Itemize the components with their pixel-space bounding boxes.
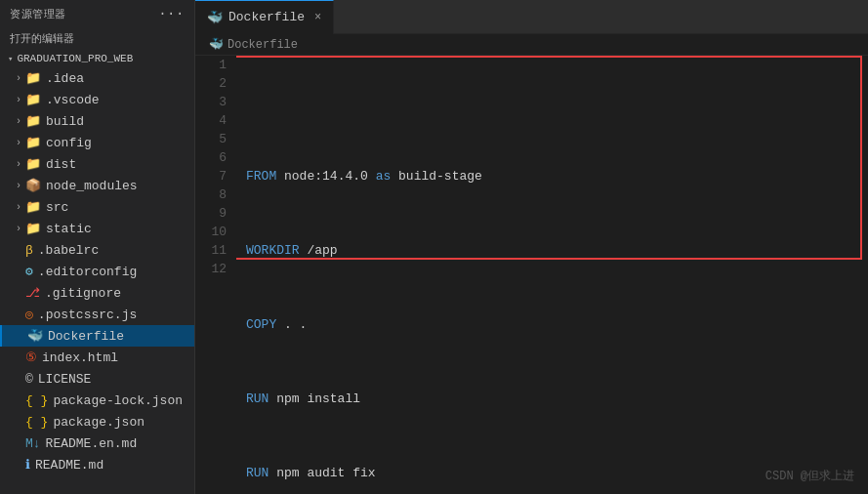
folder-icon: 📁 bbox=[25, 92, 41, 107]
expand-arrow: › bbox=[12, 138, 25, 148]
license-icon: © bbox=[25, 372, 33, 387]
code-content[interactable]: FROM node:14.4.0 as build-stage WORKDIR … bbox=[236, 56, 868, 494]
line-num-6: 6 bbox=[195, 148, 227, 167]
sidebar-item-dockerfile[interactable]: 🐳 Dockerfile bbox=[0, 325, 194, 347]
sidebar-item-readme[interactable]: ℹ README.md bbox=[0, 454, 194, 475]
selection-box bbox=[236, 56, 862, 260]
line-num-2: 2 bbox=[195, 74, 227, 93]
code-text: build-stage bbox=[391, 167, 482, 185]
item-label-dockerfile: Dockerfile bbox=[48, 329, 124, 344]
folder-icon: 📦 bbox=[25, 178, 41, 193]
code-text: node:14.4.0 bbox=[276, 167, 375, 185]
expand-arrow: › bbox=[12, 116, 25, 127]
item-label-build: build bbox=[46, 114, 84, 129]
sidebar-item-src[interactable]: › 📁 src bbox=[0, 196, 194, 218]
item-label-vscode: .vscode bbox=[46, 93, 100, 107]
watermark: CSDN @但求上进 bbox=[765, 468, 854, 486]
root-folder-name: GRADUATION_PRO_WEB bbox=[17, 53, 133, 64]
sidebar-item-indexhtml[interactable]: ⑤ index.html bbox=[0, 347, 194, 368]
main-editor: 🐳 Dockerfile × 🐳 Dockerfile 1 2 3 4 5 6 … bbox=[195, 0, 868, 494]
item-label-dist: dist bbox=[46, 157, 76, 172]
expand-arrow: › bbox=[12, 202, 25, 213]
line-num-12: 12 bbox=[195, 260, 227, 278]
line-num-4: 4 bbox=[195, 111, 227, 130]
code-text: npm install bbox=[269, 390, 360, 408]
sidebar-item-dist[interactable]: › 📁 dist bbox=[0, 153, 194, 175]
sidebar-item-idea[interactable]: › 📁 .idea bbox=[0, 67, 194, 89]
line-num-7: 7 bbox=[195, 167, 227, 185]
item-label-config: config bbox=[46, 136, 92, 150]
root-folder-label[interactable]: ▾ GRADUATION_PRO_WEB bbox=[0, 50, 194, 67]
folder-icon: 📁 bbox=[25, 156, 41, 172]
code-line-1: FROM node:14.4.0 as build-stage bbox=[246, 167, 868, 185]
json-icon: { } bbox=[25, 393, 48, 408]
open-editors-label[interactable]: 打开的编辑器 bbox=[0, 27, 194, 50]
line-num-11: 11 bbox=[195, 241, 227, 260]
sidebar-header-label: 资源管理器 bbox=[10, 7, 66, 21]
code-text: . . bbox=[276, 315, 307, 334]
sidebar-item-packagelock[interactable]: { } package-lock.json bbox=[0, 390, 194, 411]
item-label-static: static bbox=[46, 222, 92, 236]
sidebar-item-license[interactable]: © LICENSE bbox=[0, 368, 194, 390]
code-text: npm audit fix bbox=[269, 464, 375, 482]
item-label-gitignore: .gitignore bbox=[45, 286, 121, 301]
sidebar-item-build[interactable]: › 📁 build bbox=[0, 110, 194, 132]
folder-icon: 📁 bbox=[25, 221, 41, 236]
expand-arrow: › bbox=[12, 224, 25, 234]
folder-icon: 📁 bbox=[25, 70, 41, 86]
docker-icon: 🐳 bbox=[27, 328, 43, 344]
kw-run-2: RUN bbox=[246, 464, 269, 482]
item-label-babelrc: .babelrc bbox=[38, 243, 99, 258]
item-label-node-modules: node_modules bbox=[46, 179, 138, 193]
expand-arrow: › bbox=[12, 181, 25, 191]
sidebar-header: 资源管理器 ··· bbox=[0, 0, 194, 27]
sidebar-item-gitignore[interactable]: ⎇ .gitignore bbox=[0, 282, 194, 304]
sidebar-item-config[interactable]: › 📁 config bbox=[0, 132, 194, 153]
code-line-3: COPY . . bbox=[246, 315, 868, 334]
sidebar-item-static[interactable]: › 📁 static bbox=[0, 218, 194, 239]
item-label-editorconfig: .editorconfig bbox=[38, 265, 137, 279]
babel-icon: β bbox=[25, 243, 33, 258]
folder-icon: 📁 bbox=[25, 199, 41, 215]
item-label-packagelock: package-lock.json bbox=[53, 393, 183, 408]
line-numbers: 1 2 3 4 5 6 7 8 9 10 11 12 bbox=[195, 56, 236, 494]
code-line-2: WORKDIR /app bbox=[246, 241, 868, 260]
expand-arrow: › bbox=[12, 159, 25, 170]
more-icon[interactable]: ··· bbox=[158, 6, 185, 21]
item-label-idea: .idea bbox=[46, 71, 84, 86]
code-text: /app bbox=[300, 241, 338, 260]
kw-as-1: as bbox=[376, 167, 392, 185]
line-num-9: 9 bbox=[195, 204, 227, 223]
line-num-5: 5 bbox=[195, 130, 227, 148]
sidebar-item-node-modules[interactable]: › 📦 node_modules bbox=[0, 175, 194, 196]
sidebar-item-postcssrc[interactable]: ◎ .postcssrc.js bbox=[0, 304, 194, 325]
line-num-10: 10 bbox=[195, 223, 227, 241]
sidebar: 资源管理器 ··· 打开的编辑器 ▾ GRADUATION_PRO_WEB › … bbox=[0, 0, 195, 494]
json-icon: { } bbox=[25, 415, 48, 430]
sidebar-item-readme-en[interactable]: M↓ README.en.md bbox=[0, 432, 194, 454]
item-label-postcssrc: .postcssrc.js bbox=[38, 308, 137, 322]
kw-from-1: FROM bbox=[246, 167, 276, 185]
sidebar-item-babelrc[interactable]: β .babelrc bbox=[0, 239, 194, 261]
sidebar-item-editorconfig[interactable]: ⚙ .editorconfig bbox=[0, 261, 194, 282]
item-label-readme: README.md bbox=[35, 458, 103, 473]
tab-bar: 🐳 Dockerfile × bbox=[195, 0, 868, 34]
tab-close-button[interactable]: × bbox=[314, 11, 321, 24]
folder-icon: 📁 bbox=[25, 113, 41, 129]
tab-dockerfile[interactable]: 🐳 Dockerfile × bbox=[195, 0, 334, 34]
postcss-icon: ◎ bbox=[25, 307, 33, 322]
git-icon: ⎇ bbox=[25, 285, 40, 301]
sidebar-item-vscode[interactable]: › 📁 .vscode bbox=[0, 89, 194, 110]
expand-arrow: › bbox=[12, 73, 25, 84]
tab-docker-icon: 🐳 bbox=[207, 10, 223, 25]
editor-area: 1 2 3 4 5 6 7 8 9 10 11 12 FROM node:14.… bbox=[195, 56, 868, 494]
sidebar-header-icons: ··· bbox=[158, 6, 185, 21]
chevron-down-icon: ▾ bbox=[8, 54, 13, 64]
item-label-license: LICENSE bbox=[38, 372, 92, 387]
html-icon: ⑤ bbox=[25, 350, 37, 365]
sidebar-item-packagejson[interactable]: { } package.json bbox=[0, 411, 194, 432]
breadcrumb-docker-icon: 🐳 bbox=[209, 37, 224, 52]
line-num-3: 3 bbox=[195, 93, 227, 111]
info-icon: ℹ bbox=[25, 457, 30, 473]
breadcrumb-label: Dockerfile bbox=[227, 38, 298, 52]
